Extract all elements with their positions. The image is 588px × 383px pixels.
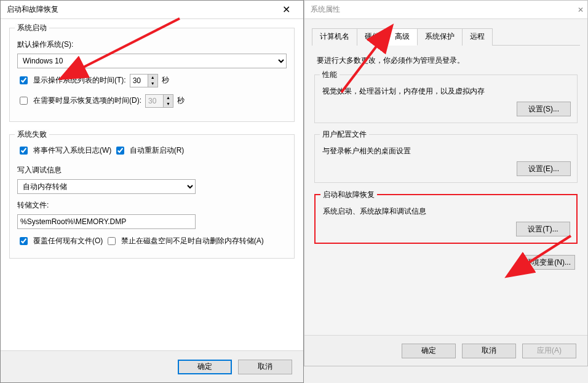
show-os-list-spinner[interactable]: ▲▼ xyxy=(130,74,158,87)
show-recovery-label: 在需要时显示恢复选项的时间(D): xyxy=(33,95,141,106)
group-system-startup: 系统启动 默认操作系统(S): Windows 10 显示操作系统列表的时间(T… xyxy=(9,28,295,122)
show-recovery-input[interactable] xyxy=(20,97,28,105)
show-recovery-spinner: ▲▼ xyxy=(145,94,173,108)
seconds-suffix: 秒 xyxy=(162,75,169,86)
show-os-list-label: 显示操作系统列表的时间(T): xyxy=(33,75,126,86)
group-legend: 系统启动 xyxy=(15,23,49,33)
debug-heading: 写入调试信息 xyxy=(17,165,287,175)
no-dump-low-space-checkbox[interactable]: 禁止在磁盘空间不足时自动删除内存转储(A) xyxy=(105,235,264,247)
dump-file-label: 转储文件: xyxy=(17,200,287,211)
tab-system-protection[interactable]: 系统保护 xyxy=(417,28,463,46)
overwrite-label: 覆盖任何现有文件(O) xyxy=(33,236,103,246)
ok-button[interactable]: 确定 xyxy=(402,344,456,358)
startup-recovery-settings-button[interactable]: 设置(T)... xyxy=(516,222,570,236)
tab-bar: 计算机名 硬件 高级 系统保护 远程 xyxy=(312,28,580,46)
group-legend: 系统失败 xyxy=(15,129,49,140)
show-recovery-value xyxy=(146,95,163,107)
spin-up-icon[interactable]: ▲ xyxy=(148,75,157,81)
startup-recovery-dialog: 启动和故障恢复 ✕ 系统启动 默认操作系统(S): Windows 10 显示操… xyxy=(0,0,304,383)
overwrite-input[interactable] xyxy=(20,237,28,245)
cancel-button[interactable]: 取消 xyxy=(238,360,292,374)
user-profiles-desc: 与登录帐户相关的桌面设置 xyxy=(322,146,570,156)
dump-file-input[interactable] xyxy=(17,214,196,229)
spin-down-icon: ▼ xyxy=(164,101,173,107)
user-profiles-settings-button[interactable]: 设置(E)... xyxy=(517,161,571,176)
tab-remote[interactable]: 远程 xyxy=(462,28,493,46)
dialog-title: 启动和故障恢复 xyxy=(7,4,272,15)
system-properties-dialog: 系统属性 ✕ 计算机名 硬件 高级 系统保护 远程 要进行大多数更改，你必须作为… xyxy=(304,0,588,366)
dump-type-select[interactable]: 自动内存转储 xyxy=(17,179,196,194)
seconds-suffix: 秒 xyxy=(177,95,185,106)
spin-down-icon[interactable]: ▼ xyxy=(148,81,157,87)
auto-restart-checkbox[interactable]: 自动重新启动(R) xyxy=(114,145,185,156)
show-os-list-input[interactable] xyxy=(20,76,28,84)
group-startup-recovery: 启动和故障恢复 系统启动、系统故障和调试信息 设置(T)... xyxy=(314,194,578,244)
performance-settings-button[interactable]: 设置(S)... xyxy=(517,102,571,116)
write-log-input[interactable] xyxy=(20,147,28,155)
default-os-label: 默认操作系统(S): xyxy=(17,39,73,50)
titlebar: 系统属性 ✕ xyxy=(304,1,587,19)
performance-desc: 视觉效果，处理器计划，内存使用，以及虚拟内存 xyxy=(322,86,570,97)
show-os-list-checkbox[interactable]: 显示操作系统列表的时间(T): xyxy=(17,75,126,86)
overwrite-checkbox[interactable]: 覆盖任何现有文件(O) xyxy=(17,235,103,247)
group-legend: 启动和故障恢复 xyxy=(320,190,377,200)
tab-advanced[interactable]: 高级 xyxy=(387,28,418,46)
write-log-label: 将事件写入系统日志(W) xyxy=(33,145,111,156)
admin-note: 要进行大多数更改，你必须作为管理员登录。 xyxy=(317,55,575,66)
ok-button[interactable]: 确定 xyxy=(178,360,232,374)
startup-recovery-desc: 系统启动、系统故障和调试信息 xyxy=(323,206,569,217)
dialog-body: 系统启动 默认操作系统(S): Windows 10 显示操作系统列表的时间(T… xyxy=(1,19,303,352)
default-os-select[interactable]: Windows 10 xyxy=(17,54,287,68)
show-recovery-checkbox[interactable]: 在需要时显示恢复选项的时间(D): xyxy=(17,95,141,107)
group-performance: 性能 视觉效果，处理器计划，内存使用，以及虚拟内存 设置(S)... xyxy=(314,75,578,123)
auto-restart-label: 自动重新启动(R) xyxy=(130,145,185,156)
cancel-button[interactable]: 取消 xyxy=(462,344,516,358)
group-legend: 用户配置文件 xyxy=(320,129,369,140)
write-log-checkbox[interactable]: 将事件写入系统日志(W) xyxy=(17,145,111,156)
dialog-buttons: 确定 取消 应用(A) xyxy=(304,335,587,366)
close-icon[interactable]: ✕ xyxy=(578,6,584,14)
dialog-title: 系统属性 xyxy=(311,4,578,15)
spin-up-icon: ▲ xyxy=(164,95,173,101)
no-dump-low-space-label: 禁止在磁盘空间不足时自动删除内存转储(A) xyxy=(121,236,264,246)
auto-restart-input[interactable] xyxy=(116,147,124,155)
no-dump-low-space-input[interactable] xyxy=(108,237,116,245)
tab-computer-name[interactable]: 计算机名 xyxy=(312,28,357,46)
close-icon[interactable]: ✕ xyxy=(272,1,300,18)
dialog-buttons: 确定 取消 xyxy=(1,350,303,382)
group-user-profiles: 用户配置文件 与登录帐户相关的桌面设置 设置(E)... xyxy=(314,134,578,183)
titlebar: 启动和故障恢复 ✕ xyxy=(1,1,303,19)
group-legend: 性能 xyxy=(320,70,340,80)
dialog-body: 计算机名 硬件 高级 系统保护 远程 要进行大多数更改，你必须作为管理员登录。 … xyxy=(304,19,587,335)
group-system-failure: 系统失败 将事件写入系统日志(W) 自动重新启动(R) 写入调试信息 自动内存转… xyxy=(9,134,295,259)
show-os-list-value[interactable] xyxy=(130,75,148,87)
environment-variables-button[interactable]: 环境变量(N)... xyxy=(520,255,575,270)
tab-hardware[interactable]: 硬件 xyxy=(357,28,387,46)
apply-button: 应用(A) xyxy=(522,344,576,358)
